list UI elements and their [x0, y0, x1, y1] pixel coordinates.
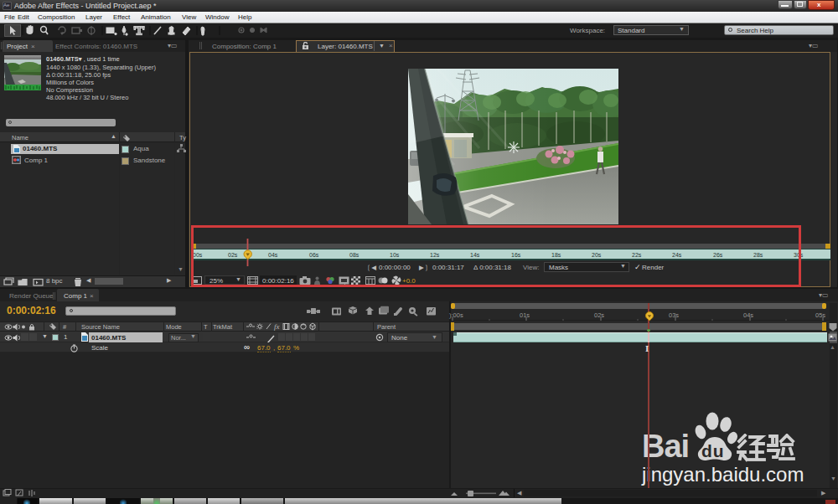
svg-text:du: du — [701, 441, 725, 460]
svg-text:fx: fx — [274, 322, 280, 331]
